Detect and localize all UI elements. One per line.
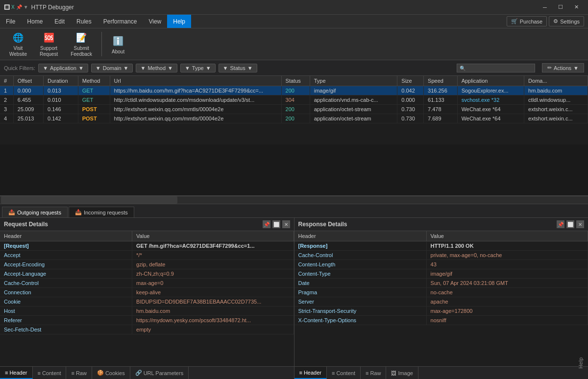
- menu-view[interactable]: View: [143, 15, 167, 28]
- toolbar-divider: [101, 32, 102, 56]
- cell-num: 2: [0, 95, 13, 105]
- request-panel-tabs: ≡ Header ≡ Content ≡ Raw 🍪 Cookies 🔗 URL…: [0, 366, 294, 379]
- response-header-cell: Content-Length: [294, 260, 427, 269]
- request-tab-header[interactable]: ≡ Header: [0, 367, 33, 379]
- request-header-cell: Accept-Encoding: [0, 260, 132, 269]
- response-tab-content[interactable]: ≡ Content: [327, 367, 361, 379]
- response-tab-image[interactable]: 🖼 Image: [386, 367, 418, 379]
- menu-rules[interactable]: Rules: [71, 15, 98, 28]
- cell-speed: 61.133: [424, 95, 458, 105]
- request-tab-content[interactable]: ≡ Content: [33, 367, 67, 379]
- response-details-title: Response Details: [298, 221, 347, 228]
- cell-url: https://hm.baidu.com/hm.gif?hca=AC9271DE…: [110, 86, 281, 95]
- cell-app: SogouExplorer.ex...: [457, 86, 524, 95]
- request-detail-row: Accept */*: [0, 251, 294, 260]
- cell-type: application/octet-stream: [310, 114, 397, 123]
- table-row[interactable]: 1 0.000 0.013 GET https://hm.baidu.com/h…: [0, 86, 588, 95]
- table-row[interactable]: 2 6.455 0.010 GET http://ctldl.windowsup…: [0, 95, 588, 105]
- support-request-button[interactable]: 🆘 SupportRequest: [34, 28, 63, 60]
- response-header-cell: Pragma: [294, 288, 427, 297]
- purchase-button[interactable]: 🛒 Purchase: [507, 16, 547, 26]
- cell-url: http://ctldl.windowsupdate.com/msdownloa…: [110, 95, 281, 105]
- menu-performance[interactable]: Performance: [98, 15, 143, 28]
- cell-type: application/vnd.ms-cab-c...: [310, 95, 397, 105]
- response-value-cell: Sun, 07 Apr 2024 03:21:08 GMT: [426, 279, 588, 288]
- filter-status-button[interactable]: ▼ Status ▼: [219, 64, 257, 72]
- filter-icon5: ▼: [223, 65, 228, 71]
- cell-speed: 316.256: [424, 86, 458, 95]
- col-duration: Duration: [43, 76, 78, 86]
- settings-button[interactable]: ⚙ Settings: [549, 16, 584, 26]
- response-header-col: Header: [294, 231, 427, 241]
- request-tab-url-params[interactable]: 🔗 URL Parameters: [130, 367, 189, 379]
- quick-filters-label: Quick Filters:: [4, 65, 35, 71]
- filter-application-button[interactable]: ▼ Application ▼: [38, 64, 88, 72]
- horizontal-scrollbar[interactable]: [0, 196, 588, 204]
- filter-icon3: ▼: [140, 65, 146, 71]
- cell-num: 4: [0, 114, 13, 123]
- request-header-cell: Cache-Control: [0, 279, 132, 288]
- request-value-cell: BIDUPSID=DD9DBEF7A38B1EBAAACC02D7735...: [132, 297, 294, 307]
- app-title: HTTP Debugger: [31, 4, 74, 11]
- filter-method-button[interactable]: ▼ Method ▼: [136, 64, 177, 72]
- purchase-icon: 🛒: [511, 18, 518, 24]
- close-button[interactable]: ✕: [568, 2, 584, 12]
- request-header-cell: Cookie: [0, 297, 132, 307]
- close-response-button[interactable]: ✕: [576, 220, 584, 228]
- pin-panel-button[interactable]: 📌: [263, 220, 270, 228]
- request-detail-row: Connection keep-alive: [0, 288, 294, 297]
- menu-help[interactable]: Help: [167, 15, 191, 28]
- request-tab-cookies[interactable]: 🍪 Cookies: [92, 367, 130, 379]
- request-value-cell: https://mydown.yesky.com/pcsoft/33484872…: [132, 316, 294, 325]
- filter-domain-button[interactable]: ▼ Domain ▼: [91, 64, 133, 72]
- col-url: Url: [110, 76, 281, 86]
- maximize-button[interactable]: ☐: [553, 2, 568, 12]
- tab-outgoing-requests[interactable]: 📤 Outgoing requests: [2, 207, 68, 217]
- request-header-cell: Host: [0, 307, 132, 316]
- request-header-cell: Accept: [0, 251, 132, 260]
- response-value-cell: 43: [426, 260, 588, 269]
- submit-feedback-button[interactable]: 📝 SubmitFeedback: [65, 28, 98, 60]
- filter-type-button[interactable]: ▼ Type ▼: [180, 64, 216, 72]
- cell-offset: 6.455: [13, 95, 43, 105]
- response-value-cell: max-age=172800: [426, 307, 588, 316]
- maximize-panel-button[interactable]: ⬜: [272, 220, 280, 228]
- request-table-header: Header Value: [0, 231, 294, 241]
- incoming-icon: 📥: [75, 209, 82, 215]
- response-details-table: Header Value [Response] HTTP/1.1 200 OK …: [294, 231, 588, 366]
- response-header-cell: Date: [294, 279, 427, 288]
- request-detail-row: Referer https://mydown.yesky.com/pcsoft/…: [0, 316, 294, 325]
- cell-num: 3: [0, 105, 13, 114]
- response-value-cell: apache: [426, 297, 588, 307]
- response-tab-header[interactable]: ≡ Header: [294, 367, 327, 379]
- search-input[interactable]: [457, 64, 535, 72]
- request-tab-raw[interactable]: ≡ Raw: [66, 367, 92, 379]
- minimize-button[interactable]: ─: [537, 2, 553, 12]
- visit-website-button[interactable]: 🌐 VisitWebsite: [4, 28, 32, 60]
- actions-button[interactable]: ✏ Actions ▼: [542, 63, 584, 72]
- response-detail-row: Content-Length 43: [294, 260, 588, 269]
- pin-response-button[interactable]: 📌: [557, 220, 564, 228]
- cell-size: 0.000: [397, 95, 424, 105]
- resp-raw-tab-icon: ≡: [366, 370, 368, 376]
- cell-size: 0.730: [397, 105, 424, 114]
- title-bar: 🔳 X 📌 ▼ HTTP Debugger ─ ☐ ✕: [0, 0, 588, 15]
- about-button[interactable]: ℹ️ About: [106, 32, 130, 57]
- table-row[interactable]: 3 25.009 0.146 POST http://extshort.weix…: [0, 105, 588, 114]
- close-panel-button[interactable]: ✕: [282, 220, 290, 228]
- response-tab-raw[interactable]: ≡ Raw: [361, 367, 386, 379]
- request-detail-row: Accept-Language zh-CN,zh;q=0.9: [0, 269, 294, 279]
- title-bar-left: 🔳 X 📌 ▼ HTTP Debugger: [4, 4, 74, 11]
- menu-file[interactable]: File: [0, 15, 21, 28]
- response-header-cell: Content-Type: [294, 269, 427, 279]
- maximize-response-button[interactable]: ⬜: [566, 220, 574, 228]
- globe-icon: 🌐: [11, 31, 25, 45]
- response-value-cell: HTTP/1.1 200 OK: [426, 241, 588, 251]
- cell-status: 200: [281, 86, 310, 95]
- cell-status: 304: [281, 95, 310, 105]
- response-panel-tabs: ≡ Header ≡ Content ≡ Raw 🖼 Image: [294, 366, 588, 379]
- table-row[interactable]: 4 25.013 0.142 POST http://extshort.weix…: [0, 114, 588, 123]
- menu-home[interactable]: Home: [21, 15, 49, 28]
- tab-incoming-requests[interactable]: 📥 Incoming requests: [69, 207, 134, 217]
- menu-edit[interactable]: Edit: [49, 15, 71, 28]
